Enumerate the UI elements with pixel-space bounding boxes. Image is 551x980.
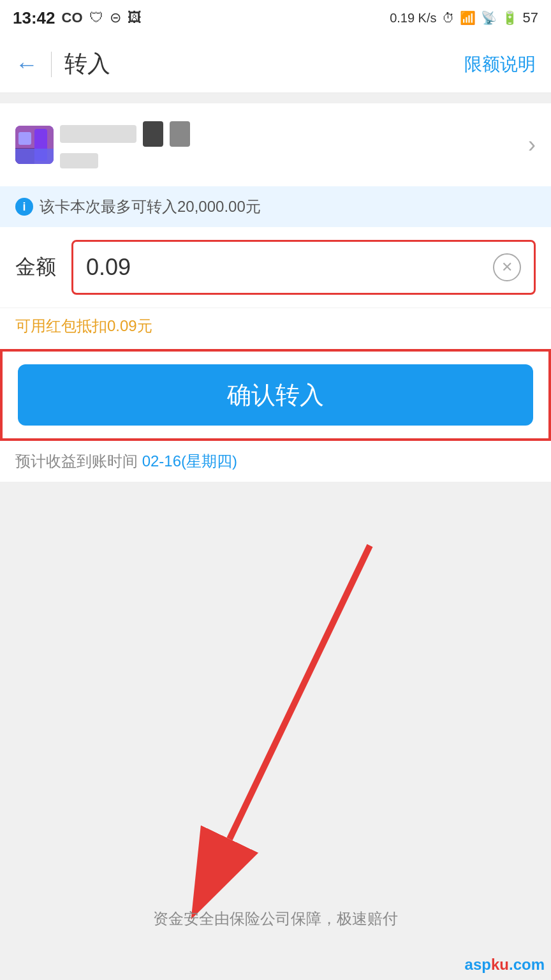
- status-left: 13:42 CO 🛡 ⊝ 🖼: [13, 8, 142, 28]
- info-icon-label: i: [22, 200, 26, 214]
- status-speed: 0.19 K/s: [390, 11, 436, 26]
- svg-line-5: [230, 546, 370, 839]
- svg-rect-1: [15, 148, 34, 164]
- amount-input-wrapper[interactable]: 0.09 ✕: [71, 240, 536, 295]
- main-content-area: [0, 482, 551, 928]
- amount-label: 金额: [15, 253, 56, 281]
- status-wifi-icon: 📶: [460, 10, 476, 26]
- status-icon-dnd: ⊝: [110, 10, 121, 26]
- card-sub-blurred: [60, 153, 98, 168]
- svg-rect-2: [18, 132, 31, 145]
- arrival-info: 预计收益到账时间 02-16(星期四): [0, 441, 551, 482]
- status-icon-shield: 🛡: [89, 10, 103, 26]
- card-name-blurred: [60, 125, 136, 143]
- status-icon-image: 🖼: [128, 10, 142, 26]
- status-battery-icon: 🔋: [502, 10, 518, 26]
- limit-link[interactable]: 限额说明: [464, 52, 536, 77]
- info-bar: i 该卡本次最多可转入20,000.00元: [0, 186, 551, 227]
- page-title: 转入: [64, 48, 464, 80]
- arrival-prefix: 预计收益到账时间: [15, 452, 142, 470]
- nav-separator: [51, 52, 52, 77]
- card-row-top: [60, 121, 190, 147]
- watermark-suffix: .com: [509, 956, 545, 973]
- arrival-text: 预计收益到账时间 02-16(星期四): [15, 452, 237, 470]
- card-icon-purple: [15, 126, 54, 164]
- status-signal-icon: 📡: [481, 10, 497, 26]
- svg-rect-3: [34, 129, 47, 161]
- section-divider-1: [0, 93, 551, 103]
- card-icons: [15, 121, 190, 168]
- status-battery-value: 57: [523, 10, 538, 26]
- status-time: 13:42: [13, 8, 55, 28]
- info-icon: i: [15, 198, 33, 216]
- confirm-transfer-button[interactable]: 确认转入: [18, 364, 533, 426]
- watermark-domain: ku: [491, 956, 509, 973]
- status-bar: 13:42 CO 🛡 ⊝ 🖼 0.19 K/s ⏱ 📶 📡 🔋 57: [0, 0, 551, 36]
- footer: 资金安全由保险公司保障，极速赔付: [0, 896, 551, 942]
- amount-clear-button[interactable]: ✕: [493, 253, 521, 281]
- clear-icon: ✕: [501, 259, 513, 276]
- nav-bar: ← 转入 限额说明: [0, 36, 551, 93]
- watermark: aspku.com: [465, 956, 545, 974]
- card-section[interactable]: ›: [0, 103, 551, 186]
- status-right: 0.19 K/s ⏱ 📶 📡 🔋 57: [390, 10, 538, 26]
- card-icon-dark: [143, 121, 163, 147]
- redpacket-text: 可用红包抵扣0.09元: [15, 317, 152, 334]
- status-icon-co: CO: [62, 10, 83, 26]
- card-sub-row: [60, 121, 190, 168]
- page-wrapper: 13:42 CO 🛡 ⊝ 🖼 0.19 K/s ⏱ 📶 📡 🔋 57 ← 转入 …: [0, 0, 551, 980]
- card-icon-gray2: [170, 121, 190, 147]
- arrival-date: 02-16(星期四): [142, 452, 237, 470]
- watermark-prefix: asp: [465, 956, 491, 973]
- footer-text: 资金安全由保险公司保障，极速赔付: [153, 910, 398, 927]
- amount-section: 金额 0.09 ✕: [0, 227, 551, 308]
- back-button[interactable]: ←: [15, 53, 38, 76]
- status-clock-icon: ⏱: [442, 11, 455, 26]
- confirm-button-label: 确认转入: [227, 379, 324, 412]
- amount-input-value[interactable]: 0.09: [86, 254, 131, 281]
- chevron-right-icon[interactable]: ›: [528, 131, 536, 158]
- redpacket-info: 可用红包抵扣0.09元: [0, 308, 551, 349]
- annotation-arrow: [0, 482, 551, 928]
- confirm-button-section: 确认转入: [0, 349, 551, 441]
- info-text: 该卡本次最多可转入20,000.00元: [40, 197, 261, 217]
